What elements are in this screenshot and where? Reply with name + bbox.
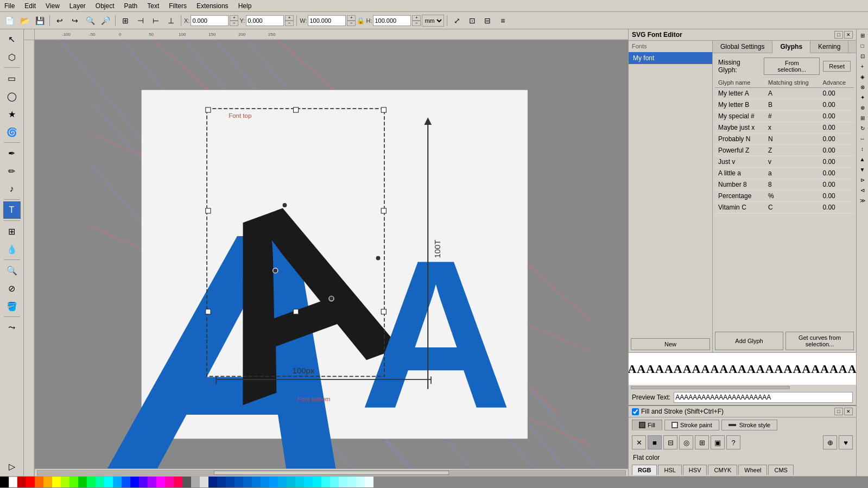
layers-btn[interactable]: ≡ (496, 14, 510, 28)
marker-btn2[interactable]: ♥ (839, 435, 853, 449)
swatch-yellowgreen[interactable] (61, 477, 69, 487)
menu-extensions[interactable]: Extensions (192, 1, 233, 11)
unit-select[interactable]: mm px cm pt (422, 15, 444, 27)
swatch-yellow2[interactable] (52, 477, 61, 487)
swatch-red1[interactable] (17, 477, 26, 487)
menu-layer[interactable]: Layer (65, 1, 90, 11)
swatch-magenta1[interactable] (156, 477, 165, 487)
swatch-orange[interactable] (35, 477, 43, 487)
pattern-btn[interactable]: ⊞ (695, 435, 709, 449)
snap-btn[interactable]: ⊞ (118, 14, 132, 28)
swatch-teal2[interactable] (96, 477, 104, 487)
swatch-b6[interactable] (252, 477, 261, 487)
swatch-green1[interactable] (69, 477, 78, 487)
flip-h-btn[interactable]: ↔ (858, 134, 867, 143)
swatch-c6[interactable] (356, 477, 365, 487)
table-row[interactable]: Just v v 0.00 (715, 156, 854, 168)
add-glyph-btn[interactable]: Add Glyph (715, 332, 783, 350)
import-btn[interactable]: ⊳ (858, 175, 867, 185)
zoom-out-btn[interactable]: 🔎 (98, 14, 112, 28)
raise-btn[interactable]: ▲ (858, 154, 867, 164)
swatch-b12[interactable] (304, 477, 313, 487)
table-row[interactable]: Vitamin C C 0.00 (715, 202, 854, 213)
xml-btn[interactable]: ⊟ (480, 14, 495, 28)
preview-scrollbar[interactable] (629, 385, 856, 389)
h-up[interactable]: + (412, 15, 421, 21)
swatch-b5[interactable] (243, 477, 252, 487)
fs-checkbox[interactable] (632, 408, 639, 415)
snap-guide-btn[interactable]: ⊡ (858, 51, 867, 61)
table-row[interactable]: Probably N N 0.00 (715, 134, 854, 145)
swatch-white[interactable] (9, 477, 17, 487)
swatch-b4[interactable] (235, 477, 243, 487)
w-down[interactable]: − (347, 21, 356, 26)
fe-new-font-btn[interactable]: New (631, 338, 710, 350)
cmyk-tab[interactable]: CMYK (708, 465, 737, 475)
flat-color-btn[interactable]: ■ (648, 435, 662, 449)
align-btn[interactable]: ⊥ (164, 14, 178, 28)
table-row[interactable]: My letter A A 0.00 (715, 88, 854, 99)
swatch-b10[interactable] (287, 477, 295, 487)
rgb-tab[interactable]: RGB (632, 465, 657, 475)
rect-tool[interactable]: ▭ (3, 69, 21, 87)
swatch-c1[interactable] (313, 477, 321, 487)
canvas-svg[interactable]: A A A (35, 40, 628, 476)
swatch-cyan1[interactable] (104, 477, 113, 487)
swatch-c2[interactable] (321, 477, 330, 487)
menu-object[interactable]: Object (91, 1, 119, 11)
tab-global-settings[interactable]: Global Settings (713, 41, 772, 53)
save-btn[interactable]: 💾 (33, 14, 47, 28)
horizontal-scrollbar[interactable] (35, 468, 628, 476)
swatch-cyan2[interactable] (113, 477, 122, 487)
circle-tool[interactable]: ◯ (3, 87, 21, 105)
table-row[interactable]: My special # # 0.00 (715, 111, 854, 122)
cms-tab[interactable]: CMS (768, 465, 793, 475)
menu-text[interactable]: Text (143, 1, 163, 11)
snap-center-btn[interactable]: ⊕ (858, 103, 867, 112)
flip-v-btn[interactable]: ↕ (858, 144, 867, 154)
zoom-tool[interactable]: 🔍 (3, 262, 21, 279)
snap-midpoint-btn[interactable]: ⊞ (858, 113, 867, 123)
fe-close-btn[interactable]: ✕ (844, 31, 853, 39)
swatch-c5[interactable] (347, 477, 356, 487)
menu-help[interactable]: Help (234, 1, 256, 11)
hsv-tab[interactable]: HSV (683, 465, 707, 475)
swatch-purple1[interactable] (139, 477, 148, 487)
swatch-lightgray[interactable] (200, 477, 208, 487)
scroll-track[interactable] (37, 470, 626, 476)
x-up[interactable]: + (230, 15, 238, 21)
fs-stroke-paint-tab[interactable]: Stroke paint (664, 420, 719, 430)
node-tool[interactable]: ⬡ (3, 48, 21, 66)
table-row[interactable]: Powerful Z Z 0.00 (715, 145, 854, 156)
snap-nodes-btn[interactable]: ⊞ (858, 30, 867, 40)
w-up[interactable]: + (347, 15, 356, 21)
snap-intersection-btn[interactable]: ✦ (858, 92, 867, 102)
radial-grad-btn[interactable]: ◎ (679, 435, 693, 449)
snap-bbox-btn[interactable]: □ (858, 41, 867, 50)
swatch-yellow1[interactable] (43, 477, 52, 487)
table-row[interactable]: A little a a 0.00 (715, 168, 854, 179)
preview-text-input[interactable] (674, 392, 853, 403)
lower-btn[interactable]: ▼ (858, 164, 867, 174)
menu-filters[interactable]: Filters (164, 1, 191, 11)
swatch-red2[interactable] (26, 477, 35, 487)
transform-btn[interactable]: ⤢ (450, 14, 464, 28)
select-tool[interactable]: ↖ (3, 30, 21, 48)
swatch-b1[interactable] (208, 477, 217, 487)
swatch-b9[interactable] (278, 477, 287, 487)
menu-edit[interactable]: Edit (20, 1, 40, 11)
y-up[interactable]: + (285, 15, 294, 21)
swatch-b3[interactable] (226, 477, 235, 487)
font-item-myfont[interactable]: My font (629, 52, 712, 64)
fs-minimize-btn[interactable]: □ (834, 408, 843, 415)
undo-btn[interactable]: ↩ (53, 14, 67, 28)
table-row[interactable]: My letter B B 0.00 (715, 99, 854, 111)
wheel-tab[interactable]: Wheel (738, 465, 767, 475)
unknown-btn[interactable]: ? (726, 435, 740, 449)
swatch-c7[interactable] (365, 477, 373, 487)
menu-file[interactable]: File (0, 1, 19, 11)
linear-grad-btn[interactable]: ⊟ (663, 435, 677, 449)
swatch-c3[interactable] (330, 477, 339, 487)
swatch-teal1[interactable] (87, 477, 96, 487)
swatch-blue1[interactable] (122, 477, 130, 487)
